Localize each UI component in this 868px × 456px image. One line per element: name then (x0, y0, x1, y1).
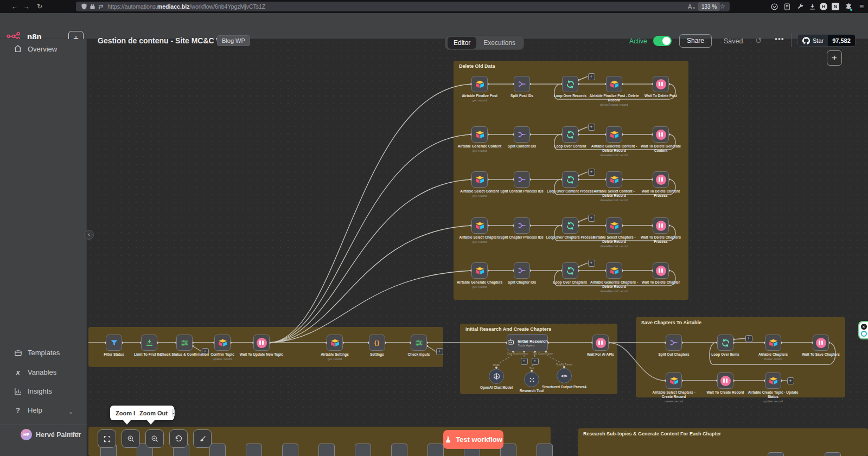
browser-toolbar: ← → ↻ ⇄ https://automations.mediacc.biz/… (0, 0, 868, 13)
switch-icon (181, 339, 189, 347)
node-label: Check inputs (393, 352, 445, 357)
avatar[interactable]: HP (21, 429, 32, 440)
connector-type-label: Tool (510, 367, 553, 370)
splitout-icon (518, 130, 526, 139)
wrench-icon[interactable] (796, 0, 804, 13)
browser-back-button[interactable]: ← (10, 0, 20, 13)
set-icon: {} (374, 339, 380, 346)
flask-icon (444, 436, 452, 444)
svg-text:A: A (688, 3, 692, 10)
workflow-tag-badge[interactable]: Blog WP (217, 35, 250, 46)
share-button[interactable]: Share (679, 34, 712, 48)
add-connection-button[interactable]: + (588, 73, 595, 80)
splitout-icon (518, 175, 526, 184)
history-icon[interactable]: ↺ (755, 36, 762, 46)
browser-forward-button[interactable]: → (22, 0, 31, 13)
browser-reload-button[interactable]: ↻ (35, 0, 44, 13)
sidebar-item-help[interactable]: ? Help (0, 402, 87, 418)
add-connection-button[interactable]: + (588, 215, 595, 222)
node-stub[interactable] (282, 444, 298, 456)
translate-icon[interactable]: Aa (688, 0, 695, 13)
wait-icon (257, 338, 267, 348)
bookmark-star-icon[interactable]: ☆ (719, 0, 726, 13)
reader-view-icon[interactable] (783, 0, 791, 13)
node-label: Airtable Generate Chapters - Delete Reco… (588, 280, 640, 293)
divider (791, 33, 792, 47)
group-label: Save Chapters To Airtable (641, 320, 701, 325)
node-stub[interactable] (825, 452, 841, 456)
chevron-down-icon: ⌄ (68, 408, 73, 415)
add-node-button[interactable]: + (827, 50, 842, 66)
node-stub[interactable] (318, 444, 335, 456)
sidebar-item-templates[interactable]: Templates (0, 344, 87, 361)
add-connection-button[interactable]: + (521, 358, 528, 365)
add-connection-button[interactable]: + (532, 358, 539, 365)
pocket-icon[interactable] (770, 0, 778, 13)
splitout-icon (669, 338, 678, 347)
node-stub[interactable] (768, 452, 784, 456)
airtable-icon (218, 339, 227, 347)
node-label: Airtable Generate Content - Delete Recor… (588, 144, 640, 157)
saved-status: Saved (724, 37, 743, 45)
add-connection-button[interactable]: + (588, 169, 595, 176)
wait-icon (656, 175, 666, 185)
overlay-widget[interactable]: ✕ (858, 321, 868, 339)
wait-icon (656, 266, 666, 276)
tabs-switch-icon[interactable]: ⇄ (98, 3, 103, 10)
more-options-icon[interactable]: ••• (775, 35, 784, 43)
github-star-widget[interactable]: Star 97,582 (797, 34, 856, 47)
group-label: Delete Old Data (459, 63, 495, 69)
openai-icon (493, 372, 501, 381)
close-icon[interactable]: ✕ (861, 324, 867, 330)
sidebar-item-overview[interactable]: Overview (0, 41, 87, 57)
tab-executions[interactable]: Executions (477, 37, 521, 49)
lock-icon[interactable] (90, 3, 95, 10)
wait-icon (720, 376, 731, 386)
sidebar-collapse-button[interactable]: ‹ (84, 230, 94, 240)
node-stub[interactable] (246, 444, 262, 456)
zoom-to-fit-button[interactable] (98, 429, 116, 448)
active-toggle[interactable] (653, 36, 672, 46)
zoom-in-button[interactable] (122, 429, 140, 448)
node-label: Wait To Delete Content Process (635, 189, 687, 198)
reset-zoom-button[interactable] (169, 429, 188, 448)
extensions-puzzle-icon[interactable] (844, 0, 853, 13)
airtable-icon (610, 80, 619, 88)
workflow-title[interactable]: Gestion de contenu - Site MC&C WP (98, 36, 228, 45)
wait-icon (816, 338, 826, 348)
extension-n-icon[interactable]: N (831, 0, 840, 13)
address-bar[interactable]: ⇄ https://automations.mediacc.biz/workfl… (76, 2, 730, 11)
loop-icon (566, 221, 575, 230)
download-icon[interactable] (808, 0, 816, 13)
splitout-icon (518, 221, 526, 230)
airtable-icon (475, 267, 484, 275)
airtable-icon (330, 339, 340, 347)
add-connection-button[interactable]: + (588, 260, 595, 267)
tidy-up-button[interactable] (193, 429, 212, 448)
extension-h-icon[interactable]: H (819, 0, 828, 13)
node-label: Split Chapter IDs (496, 280, 548, 285)
sidebar-item-insights[interactable]: Insights (0, 383, 87, 399)
hamburger-menu-icon[interactable]: ≡ (857, 0, 866, 13)
user-more-icon[interactable]: ••• (71, 429, 80, 438)
node-stub[interactable] (355, 444, 371, 456)
node-stub[interactable] (209, 444, 226, 456)
zoom-out-button[interactable] (145, 429, 164, 448)
airtable-icon (769, 377, 778, 385)
browser-zoom-level[interactable]: 133 % (698, 2, 720, 11)
shield-icon[interactable] (81, 3, 87, 10)
test-workflow-button[interactable]: Test workflow (443, 430, 503, 449)
sidebar-item-variables[interactable]: x Variables (0, 364, 87, 380)
node-stub[interactable] (537, 444, 553, 456)
add-connection-button[interactable]: + (745, 335, 752, 342)
node-label: Wait To Delete Generate Content (635, 144, 687, 153)
node-stub[interactable] (391, 444, 407, 456)
group-research-sub-topics-generate-content-for-each-chapter[interactable]: Research Sub-topics & Generate Content F… (578, 428, 868, 456)
view-tabs: Editor Executions (445, 35, 524, 50)
add-connection-button[interactable]: + (588, 124, 595, 131)
add-connection-button[interactable]: + (787, 377, 794, 384)
splitout-icon (518, 80, 526, 88)
help-icon: ? (13, 406, 23, 414)
node-stub[interactable] (427, 444, 444, 456)
tab-editor[interactable]: Editor (448, 37, 476, 49)
